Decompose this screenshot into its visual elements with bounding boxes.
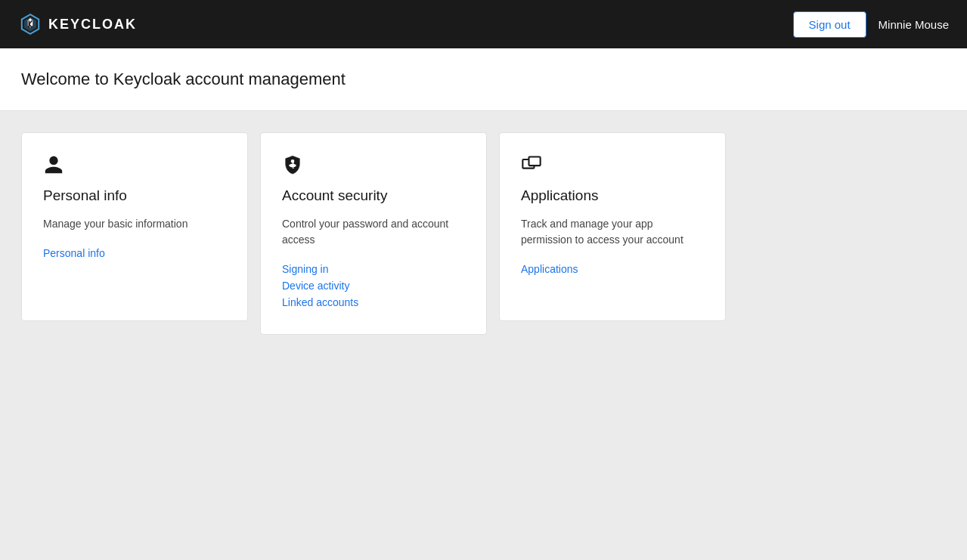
cards-area: Personal info Manage your basic informat… xyxy=(0,111,967,356)
header-right: Sign out Minnie Mouse xyxy=(793,11,949,38)
device-activity-link[interactable]: Device activity xyxy=(282,280,465,292)
account-security-title: Account security xyxy=(282,187,465,204)
svg-rect-8 xyxy=(529,157,541,166)
svg-text:!: ! xyxy=(292,160,295,170)
personal-info-card: Personal info Manage your basic informat… xyxy=(21,132,248,321)
shield-icon: ! xyxy=(282,154,465,178)
signing-in-link[interactable]: Signing in xyxy=(282,263,465,275)
personal-info-description: Manage your basic information xyxy=(43,216,226,232)
sign-out-button[interactable]: Sign out xyxy=(793,11,866,38)
personal-info-title: Personal info xyxy=(43,187,226,204)
welcome-title: Welcome to Keycloak account management xyxy=(21,70,946,89)
account-security-card: ! Account security Control your password… xyxy=(260,132,487,335)
user-name: Minnie Mouse xyxy=(879,18,949,31)
applications-icon xyxy=(521,154,704,178)
applications-title: Applications xyxy=(521,187,704,204)
header: KEYCLOAK Sign out Minnie Mouse xyxy=(0,0,967,48)
linked-accounts-link[interactable]: Linked accounts xyxy=(282,296,465,308)
logo: KEYCLOAK xyxy=(18,12,137,36)
applications-link[interactable]: Applications xyxy=(521,263,704,275)
welcome-bar: Welcome to Keycloak account management xyxy=(0,48,967,111)
person-icon xyxy=(43,154,226,178)
applications-description: Track and manage your app permission to … xyxy=(521,216,704,248)
account-security-description: Control your password and account access xyxy=(282,216,465,248)
logo-text: KEYCLOAK xyxy=(48,17,137,32)
keycloak-logo-icon xyxy=(18,12,42,36)
applications-card: Applications Track and manage your app p… xyxy=(499,132,726,321)
personal-info-link[interactable]: Personal info xyxy=(43,247,226,259)
